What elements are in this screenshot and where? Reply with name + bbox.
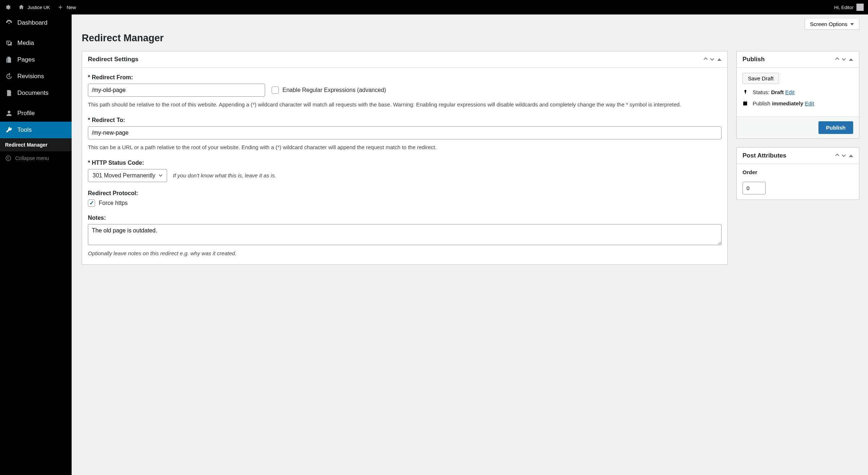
admin-bar: Justice UK New Hi, Editor [0,0,868,14]
box-move-down-icon[interactable] [842,153,846,157]
wp-logo[interactable] [4,4,11,10]
redirect-from-input[interactable] [88,84,265,97]
home-icon [18,4,25,10]
redirect-settings-box: Redirect Settings * Redirect From: [82,51,728,265]
screen-options-button[interactable]: Screen Options [805,19,859,30]
pin-icon [743,89,748,95]
collapse-icon [5,155,12,161]
edit-schedule-link[interactable]: Edit [805,100,814,106]
new-label: New [67,5,76,10]
box-toggle-icon[interactable] [717,58,722,61]
publish-box: Publish Save Draft [736,51,859,139]
box-move-down-icon[interactable] [710,56,714,60]
user-greeting[interactable]: Hi, Editor [834,4,864,11]
redirect-to-label: * Redirect To: [88,117,722,123]
profile-icon [5,109,13,117]
box-move-up-icon[interactable] [703,57,707,61]
post-attributes-box: Post Attributes Order [736,147,859,200]
status-code-label: * HTTP Status Code: [88,160,722,166]
notes-label: Notes: [88,215,722,221]
media-icon [5,39,13,47]
notes-help: Optionally leave notes on this redirect … [88,249,722,258]
plus-icon [57,4,64,10]
enable-regex-checkbox[interactable] [272,87,279,94]
force-https-checkbox[interactable] [88,199,95,207]
tools-icon [5,126,13,134]
redirect-from-help: This path should be relative to the root… [88,100,722,109]
protocol-label: Redirect Protocol: [88,190,722,197]
box-move-up-icon[interactable] [835,57,839,61]
chevron-down-icon [159,175,162,177]
sidebar-item-revisions[interactable]: Revisions [0,68,72,85]
edit-status-link[interactable]: Edit [785,89,795,95]
calendar-icon [743,101,748,106]
redirect-to-help: This can be a URL or a path relative to … [88,143,722,152]
publish-button[interactable]: Publish [818,121,853,134]
force-https-label: Force https [99,200,128,206]
dashboard-icon [5,19,13,27]
order-label: Order [743,169,853,175]
post-attributes-title: Post Attributes [743,152,786,159]
publish-title: Publish [743,56,765,63]
cog-icon [4,4,11,10]
save-draft-button[interactable]: Save Draft [743,73,779,84]
sidebar-submenu-redirect-manager[interactable]: Redirect Manager [0,138,72,151]
redirect-to-input[interactable] [88,126,722,139]
revisions-icon [5,72,13,80]
new-content-link[interactable]: New [57,4,76,10]
documents-icon [5,89,13,97]
box-toggle-icon[interactable] [849,58,853,61]
svg-point-0 [6,156,11,161]
sidebar-item-dashboard[interactable]: Dashboard [0,14,72,31]
site-name-link[interactable]: Justice UK [18,4,50,10]
sidebar-item-tools[interactable]: Tools [0,122,72,138]
caret-down-icon [850,23,854,25]
redirect-from-label: * Redirect From: [88,74,722,81]
notes-textarea[interactable] [88,224,722,245]
status-code-help: If you don't know what this is, leave it… [173,172,276,178]
sidebar-item-pages[interactable]: Pages [0,51,72,68]
sidebar-item-media[interactable]: Media [0,35,72,51]
enable-regex-label: Enable Regular Expressions (advanced) [282,87,386,93]
box-move-up-icon[interactable] [835,154,839,157]
order-input[interactable] [743,182,766,194]
pages-icon [5,56,13,64]
admin-sidebar: Dashboard Media Pages Revisions Document… [0,14,72,475]
site-name: Justice UK [27,5,50,10]
page-title: Redirect Manager [82,33,859,44]
box-move-down-icon[interactable] [842,56,846,60]
sidebar-item-documents[interactable]: Documents [0,85,72,101]
status-code-select[interactable]: 301 Moved Permanently [88,169,167,182]
avatar-icon [856,4,864,11]
collapse-menu[interactable]: Collapse menu [0,151,72,165]
box-toggle-icon[interactable] [849,155,853,157]
redirect-settings-title: Redirect Settings [88,56,139,63]
sidebar-item-profile[interactable]: Profile [0,105,72,122]
